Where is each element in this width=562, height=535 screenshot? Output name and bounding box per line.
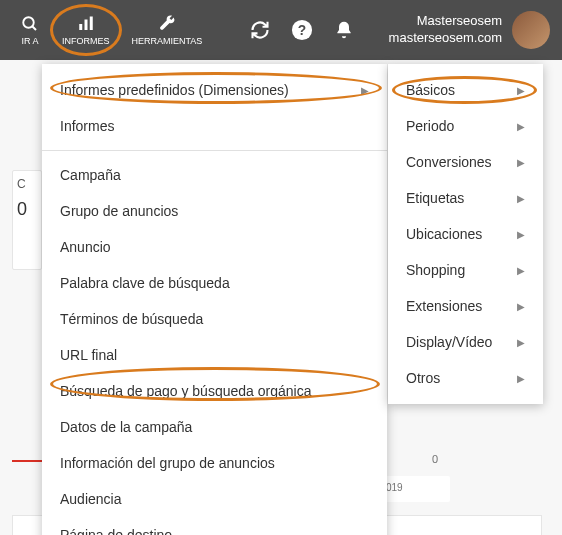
menu-predefined-reports[interactable]: Informes predefinidos (Dimensiones) ▶: [42, 72, 387, 108]
chevron-right-icon: ▶: [517, 229, 525, 240]
svg-line-1: [32, 26, 36, 30]
user-account[interactable]: Masterseosem masterseosem.com: [389, 11, 550, 49]
chevron-right-icon: ▶: [517, 301, 525, 312]
chart-date-fragment: 019: [380, 476, 450, 502]
chevron-right-icon: ▶: [361, 85, 369, 96]
menu-item-busqueda-pago-organica[interactable]: Búsqueda de pago y búsqueda orgánica: [42, 373, 387, 409]
menu-item-anuncio[interactable]: Anuncio: [42, 229, 387, 265]
svg-rect-3: [84, 20, 87, 31]
submenu-otros[interactable]: Otros▶: [388, 360, 543, 396]
submenu-conversiones[interactable]: Conversiones▶: [388, 144, 543, 180]
menu-item-pagina-destino[interactable]: Página de destino: [42, 517, 387, 535]
menu-item-terminos-busqueda[interactable]: Términos de búsqueda: [42, 301, 387, 337]
submenu-shopping[interactable]: Shopping▶: [388, 252, 543, 288]
menu-item-grupo-anuncios[interactable]: Grupo de anuncios: [42, 193, 387, 229]
menu-item-campana[interactable]: Campaña: [42, 157, 387, 193]
reports-label: INFORMES: [62, 36, 110, 46]
menu-informes[interactable]: Informes: [42, 108, 387, 144]
chevron-right-icon: ▶: [517, 265, 525, 276]
menu-item-palabra-clave[interactable]: Palabra clave de búsqueda: [42, 265, 387, 301]
reports-submenu: Básicos▶ Periodo▶ Conversiones▶ Etiqueta…: [388, 64, 543, 404]
menu-informes-label: Informes: [60, 118, 114, 134]
help-button[interactable]: ?: [284, 12, 320, 48]
submenu-ubicaciones[interactable]: Ubicaciones▶: [388, 216, 543, 252]
chevron-right-icon: ▶: [517, 121, 525, 132]
submenu-extensiones[interactable]: Extensiones▶: [388, 288, 543, 324]
user-domain: masterseosem.com: [389, 30, 502, 47]
menu-item-info-grupo-anuncios[interactable]: Información del grupo de anuncios: [42, 445, 387, 481]
reports-menu: Informes predefinidos (Dimensiones) ▶ In…: [42, 64, 387, 535]
menu-item-datos-campana[interactable]: Datos de la campaña: [42, 409, 387, 445]
metric-value: 0: [17, 199, 37, 220]
metric-letter: C: [17, 177, 37, 191]
menu-item-url-final[interactable]: URL final: [42, 337, 387, 373]
chevron-right-icon: ▶: [517, 373, 525, 384]
submenu-etiquetas[interactable]: Etiquetas▶: [388, 180, 543, 216]
user-name: Masterseosem: [389, 13, 502, 30]
tools-nav[interactable]: HERRAMIENTAS: [124, 8, 211, 52]
chevron-right-icon: ▶: [517, 85, 525, 96]
chart-axis-zero: 0: [432, 453, 438, 465]
wrench-icon: [157, 14, 177, 34]
metric-card-fragment: C 0: [12, 170, 42, 270]
goto-label: IR A: [21, 36, 38, 46]
barchart-icon: [76, 14, 96, 34]
avatar: [512, 11, 550, 49]
svg-point-0: [23, 17, 34, 28]
search-icon: [20, 14, 40, 34]
svg-rect-4: [90, 17, 93, 31]
svg-rect-2: [79, 24, 82, 30]
goto-nav[interactable]: IR A: [12, 8, 48, 52]
svg-text:?: ?: [298, 23, 306, 38]
menu-predefined-label: Informes predefinidos (Dimensiones): [60, 82, 289, 98]
submenu-display-video[interactable]: Display/Vídeo▶: [388, 324, 543, 360]
notifications-button[interactable]: [326, 12, 362, 48]
reports-nav[interactable]: INFORMES: [54, 8, 118, 52]
menu-separator: [42, 150, 387, 151]
menu-item-audiencia[interactable]: Audiencia: [42, 481, 387, 517]
refresh-button[interactable]: [242, 12, 278, 48]
tools-label: HERRAMIENTAS: [132, 36, 203, 46]
submenu-basicos[interactable]: Básicos▶: [388, 72, 543, 108]
chevron-right-icon: ▶: [517, 157, 525, 168]
chevron-right-icon: ▶: [517, 193, 525, 204]
chevron-right-icon: ▶: [517, 337, 525, 348]
submenu-periodo[interactable]: Periodo▶: [388, 108, 543, 144]
